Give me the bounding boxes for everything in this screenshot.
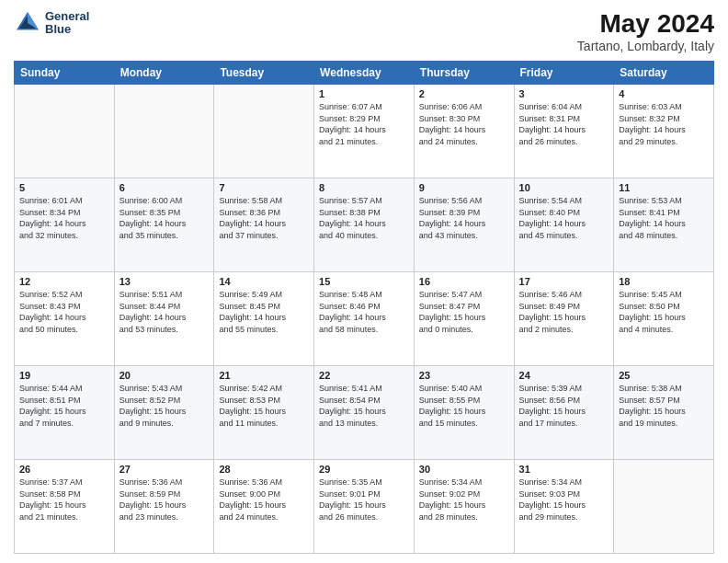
day-info: Sunrise: 5:45 AM Sunset: 8:50 PM Dayligh… [619, 289, 709, 335]
day-number: 8 [319, 182, 409, 193]
day-number: 10 [519, 182, 609, 193]
calendar-title: May 2024 [577, 9, 714, 39]
day-header-row: SundayMondayTuesdayWednesdayThursdayFrid… [15, 62, 714, 85]
day-number: 3 [519, 88, 609, 99]
calendar-cell [15, 85, 115, 178]
day-number: 26 [19, 464, 109, 475]
calendar-cell: 18Sunrise: 5:45 AM Sunset: 8:50 PM Dayli… [614, 272, 714, 366]
day-of-week-header: Saturday [614, 62, 714, 85]
day-number: 11 [619, 182, 709, 193]
day-of-week-header: Friday [514, 62, 614, 85]
day-number: 6 [119, 182, 210, 193]
calendar-cell: 29Sunrise: 5:35 AM Sunset: 9:01 PM Dayli… [314, 460, 415, 554]
calendar-cell: 13Sunrise: 5:51 AM Sunset: 8:44 PM Dayli… [114, 272, 214, 366]
day-info: Sunrise: 6:04 AM Sunset: 8:31 PM Dayligh… [519, 101, 609, 147]
day-number: 23 [419, 370, 509, 381]
day-info: Sunrise: 5:52 AM Sunset: 8:43 PM Dayligh… [19, 289, 109, 335]
day-number: 24 [519, 370, 609, 381]
day-of-week-header: Sunday [15, 62, 115, 85]
calendar-cell: 22Sunrise: 5:41 AM Sunset: 8:54 PM Dayli… [314, 366, 415, 460]
day-info: Sunrise: 6:01 AM Sunset: 8:34 PM Dayligh… [19, 195, 109, 241]
day-info: Sunrise: 5:49 AM Sunset: 8:45 PM Dayligh… [219, 289, 309, 335]
calendar-cell: 4Sunrise: 6:03 AM Sunset: 8:32 PM Daylig… [614, 85, 714, 178]
day-number: 13 [119, 276, 210, 287]
day-of-week-header: Monday [114, 62, 214, 85]
day-number: 29 [319, 464, 409, 475]
day-info: Sunrise: 5:58 AM Sunset: 8:36 PM Dayligh… [219, 195, 309, 241]
day-number: 21 [219, 370, 309, 381]
title-block: May 2024 Tartano, Lombardy, Italy [577, 9, 714, 53]
day-info: Sunrise: 6:03 AM Sunset: 8:32 PM Dayligh… [619, 101, 709, 147]
day-number: 16 [419, 276, 509, 287]
day-number: 30 [419, 464, 509, 475]
day-info: Sunrise: 5:34 AM Sunset: 9:02 PM Dayligh… [419, 477, 509, 523]
calendar-cell: 1Sunrise: 6:07 AM Sunset: 8:29 PM Daylig… [314, 85, 415, 178]
day-info: Sunrise: 5:37 AM Sunset: 8:58 PM Dayligh… [19, 477, 109, 523]
day-info: Sunrise: 5:40 AM Sunset: 8:55 PM Dayligh… [419, 383, 509, 429]
day-number: 15 [319, 276, 409, 287]
day-of-week-header: Thursday [414, 62, 514, 85]
day-info: Sunrise: 5:54 AM Sunset: 8:40 PM Dayligh… [519, 195, 609, 241]
day-number: 31 [519, 464, 609, 475]
page: General Blue May 2024 Tartano, Lombardy,… [0, 0, 728, 563]
calendar-cell: 8Sunrise: 5:57 AM Sunset: 8:38 PM Daylig… [314, 178, 415, 272]
day-info: Sunrise: 5:39 AM Sunset: 8:56 PM Dayligh… [519, 383, 609, 429]
calendar-cell: 26Sunrise: 5:37 AM Sunset: 8:58 PM Dayli… [15, 460, 115, 554]
day-of-week-header: Wednesday [314, 62, 415, 85]
day-number: 22 [319, 370, 409, 381]
day-info: Sunrise: 5:48 AM Sunset: 8:46 PM Dayligh… [319, 289, 409, 335]
day-number: 2 [419, 88, 509, 99]
day-number: 7 [219, 182, 309, 193]
calendar-cell: 6Sunrise: 6:00 AM Sunset: 8:35 PM Daylig… [114, 178, 214, 272]
calendar-cell [114, 85, 214, 178]
calendar-cell: 25Sunrise: 5:38 AM Sunset: 8:57 PM Dayli… [614, 366, 714, 460]
day-info: Sunrise: 5:56 AM Sunset: 8:39 PM Dayligh… [419, 195, 509, 241]
calendar-cell: 14Sunrise: 5:49 AM Sunset: 8:45 PM Dayli… [214, 272, 314, 366]
day-number: 9 [419, 182, 509, 193]
calendar-table: SundayMondayTuesdayWednesdayThursdayFrid… [14, 61, 714, 554]
logo: General Blue [14, 9, 89, 37]
day-number: 27 [119, 464, 210, 475]
calendar-cell: 5Sunrise: 6:01 AM Sunset: 8:34 PM Daylig… [15, 178, 115, 272]
day-number: 12 [19, 276, 109, 287]
calendar-week-row: 1Sunrise: 6:07 AM Sunset: 8:29 PM Daylig… [15, 85, 714, 178]
day-info: Sunrise: 5:43 AM Sunset: 8:52 PM Dayligh… [119, 383, 210, 429]
day-number: 5 [19, 182, 109, 193]
day-number: 14 [219, 276, 309, 287]
day-of-week-header: Tuesday [214, 62, 314, 85]
calendar-cell: 31Sunrise: 5:34 AM Sunset: 9:03 PM Dayli… [514, 460, 614, 554]
calendar-week-row: 26Sunrise: 5:37 AM Sunset: 8:58 PM Dayli… [15, 460, 714, 554]
day-number: 18 [619, 276, 709, 287]
day-number: 19 [19, 370, 109, 381]
calendar-cell: 27Sunrise: 5:36 AM Sunset: 8:59 PM Dayli… [114, 460, 214, 554]
day-number: 1 [319, 88, 409, 99]
calendar-header: SundayMondayTuesdayWednesdayThursdayFrid… [15, 62, 714, 85]
calendar-cell: 11Sunrise: 5:53 AM Sunset: 8:41 PM Dayli… [614, 178, 714, 272]
day-info: Sunrise: 6:00 AM Sunset: 8:35 PM Dayligh… [119, 195, 210, 241]
calendar-week-row: 19Sunrise: 5:44 AM Sunset: 8:51 PM Dayli… [15, 366, 714, 460]
day-number: 20 [119, 370, 210, 381]
day-number: 28 [219, 464, 309, 475]
day-info: Sunrise: 5:34 AM Sunset: 9:03 PM Dayligh… [519, 477, 609, 523]
header: General Blue May 2024 Tartano, Lombardy,… [14, 9, 714, 53]
calendar-cell: 12Sunrise: 5:52 AM Sunset: 8:43 PM Dayli… [15, 272, 115, 366]
day-info: Sunrise: 5:53 AM Sunset: 8:41 PM Dayligh… [619, 195, 709, 241]
calendar-cell: 23Sunrise: 5:40 AM Sunset: 8:55 PM Dayli… [414, 366, 514, 460]
logo-text: General Blue [45, 10, 89, 37]
day-info: Sunrise: 5:44 AM Sunset: 8:51 PM Dayligh… [19, 383, 109, 429]
calendar-cell: 15Sunrise: 5:48 AM Sunset: 8:46 PM Dayli… [314, 272, 415, 366]
calendar-cell: 28Sunrise: 5:36 AM Sunset: 9:00 PM Dayli… [214, 460, 314, 554]
day-info: Sunrise: 5:46 AM Sunset: 8:49 PM Dayligh… [519, 289, 609, 335]
calendar-cell: 24Sunrise: 5:39 AM Sunset: 8:56 PM Dayli… [514, 366, 614, 460]
day-info: Sunrise: 5:36 AM Sunset: 8:59 PM Dayligh… [119, 477, 210, 523]
calendar-cell: 10Sunrise: 5:54 AM Sunset: 8:40 PM Dayli… [514, 178, 614, 272]
logo-line2: Blue [45, 23, 89, 36]
logo-line1: General [45, 10, 89, 23]
day-number: 4 [619, 88, 709, 99]
calendar-cell: 21Sunrise: 5:42 AM Sunset: 8:53 PM Dayli… [214, 366, 314, 460]
day-number: 17 [519, 276, 609, 287]
calendar-cell: 17Sunrise: 5:46 AM Sunset: 8:49 PM Dayli… [514, 272, 614, 366]
calendar-cell [214, 85, 314, 178]
calendar-cell: 9Sunrise: 5:56 AM Sunset: 8:39 PM Daylig… [414, 178, 514, 272]
calendar-cell: 7Sunrise: 5:58 AM Sunset: 8:36 PM Daylig… [214, 178, 314, 272]
